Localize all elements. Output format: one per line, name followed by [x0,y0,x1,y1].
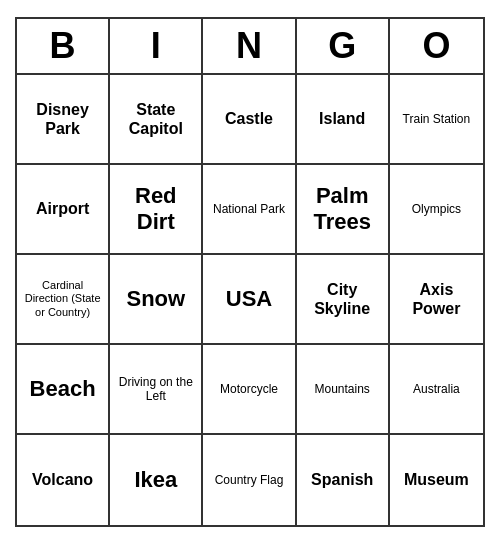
bingo-cell-20: Volcano [17,435,110,525]
header-letter-b: B [17,19,110,73]
bingo-cell-24: Museum [390,435,483,525]
bingo-cell-23: Spanish [297,435,390,525]
bingo-cell-3: Island [297,75,390,165]
bingo-header: BINGO [17,19,483,75]
bingo-cell-12: USA [203,255,296,345]
bingo-cell-10: Cardinal Direction (State or Country) [17,255,110,345]
header-letter-i: I [110,19,203,73]
bingo-cell-5: Airport [17,165,110,255]
bingo-grid: Disney ParkState CapitolCastleIslandTrai… [17,75,483,525]
bingo-cell-13: City Skyline [297,255,390,345]
bingo-cell-2: Castle [203,75,296,165]
bingo-cell-7: National Park [203,165,296,255]
bingo-cell-4: Train Station [390,75,483,165]
bingo-card: BINGO Disney ParkState CapitolCastleIsla… [15,17,485,527]
bingo-cell-14: Axis Power [390,255,483,345]
header-letter-g: G [297,19,390,73]
bingo-cell-19: Australia [390,345,483,435]
bingo-cell-15: Beach [17,345,110,435]
bingo-cell-22: Country Flag [203,435,296,525]
bingo-cell-16: Driving on the Left [110,345,203,435]
bingo-cell-6: Red Dirt [110,165,203,255]
header-letter-o: O [390,19,483,73]
bingo-cell-8: Palm Trees [297,165,390,255]
bingo-cell-9: Olympics [390,165,483,255]
bingo-cell-0: Disney Park [17,75,110,165]
bingo-cell-17: Motorcycle [203,345,296,435]
header-letter-n: N [203,19,296,73]
bingo-cell-21: Ikea [110,435,203,525]
bingo-cell-11: Snow [110,255,203,345]
bingo-cell-1: State Capitol [110,75,203,165]
bingo-cell-18: Mountains [297,345,390,435]
